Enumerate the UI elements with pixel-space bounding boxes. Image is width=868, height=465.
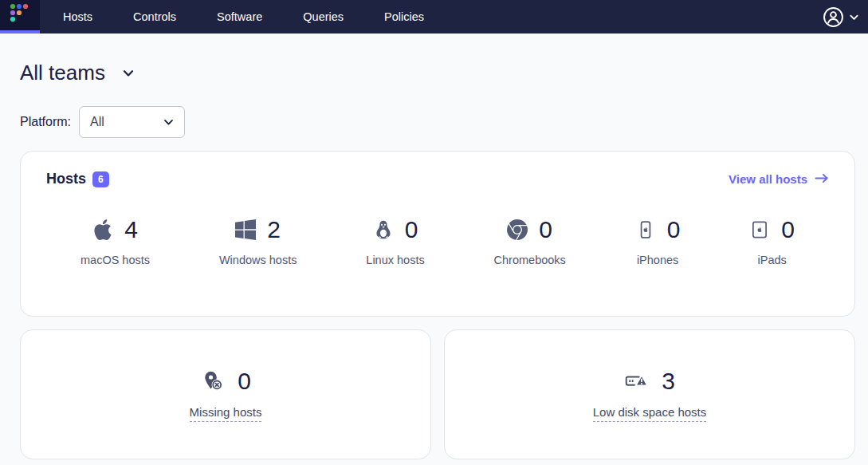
stat-count: 0 [405, 216, 418, 243]
team-selector[interactable]: All teams [20, 61, 134, 85]
stat-count: 4 [124, 216, 138, 243]
stat-tile-windows[interactable]: 2 Windows hosts [219, 216, 297, 266]
metric-cards-row: 0 Missing hosts 3 Low disk spa [20, 329, 855, 459]
stat-label: iPads [758, 254, 787, 266]
page-title: All teams [20, 61, 105, 85]
top-navbar: Hosts Controls Software Queries Policies [0, 0, 868, 33]
stat-label: macOS hosts [81, 254, 150, 266]
chevron-down-icon [163, 115, 174, 129]
hosts-card-header: Hosts 6 View all hosts [46, 171, 829, 187]
hosts-count-badge: 6 [92, 171, 109, 187]
stat-tile-iphones[interactable]: 0 iPhones [635, 216, 681, 266]
stat-tile-linux[interactable]: 0 Linux hosts [366, 216, 424, 266]
stat-tile-chromebooks[interactable]: 0 Chromebooks [494, 216, 566, 266]
dashboard-page: All teams Platform: All Hosts 6 View all… [0, 61, 868, 459]
main-nav: Hosts Controls Software Queries Policies [63, 10, 424, 23]
view-all-hosts-link[interactable]: View all hosts [729, 172, 829, 186]
chevron-down-icon [123, 66, 134, 81]
metric-card-low-disk-space[interactable]: 3 Low disk space hosts [444, 329, 855, 459]
fleet-logo-icon [9, 3, 31, 27]
platform-filter-label: Platform: [20, 115, 71, 129]
stat-tile-macos[interactable]: 4 macOS hosts [81, 216, 150, 266]
nav-item-controls[interactable]: Controls [133, 10, 176, 23]
stat-label: Linux hosts [366, 254, 424, 266]
metric-label[interactable]: Missing hosts [190, 405, 262, 422]
stat-tile-ipads[interactable]: 0 iPads [749, 216, 795, 266]
platform-stats-row: 4 macOS hosts 2 Windows hosts [46, 216, 829, 266]
windows-icon [235, 219, 256, 240]
nav-item-hosts[interactable]: Hosts [63, 10, 92, 23]
platform-select-value: All [90, 115, 104, 129]
iphone-icon [635, 219, 656, 240]
metric-count: 3 [662, 368, 675, 395]
chrome-icon [507, 219, 528, 240]
arrow-right-icon [815, 172, 829, 186]
metric-label[interactable]: Low disk space hosts [593, 405, 707, 422]
missing-host-icon [200, 370, 226, 392]
stat-count: 2 [267, 216, 281, 243]
account-menu-button[interactable] [823, 6, 868, 28]
stat-count: 0 [539, 216, 552, 243]
view-all-hosts-label: View all hosts [729, 172, 807, 186]
nav-item-queries[interactable]: Queries [303, 10, 344, 23]
hosts-card-title: Hosts [46, 171, 86, 187]
chevron-down-icon [850, 10, 858, 24]
nav-item-policies[interactable]: Policies [384, 10, 424, 23]
linux-icon [373, 219, 394, 240]
stat-label: Chromebooks [494, 254, 566, 266]
platform-filter-row: Platform: All [20, 106, 855, 138]
fleet-logo-button[interactable] [0, 0, 40, 33]
low-disk-icon [624, 370, 650, 392]
stat-label: Windows hosts [219, 254, 297, 266]
metric-card-missing-hosts[interactable]: 0 Missing hosts [20, 329, 431, 459]
ipad-icon [749, 219, 770, 240]
stat-label: iPhones [637, 254, 678, 266]
metric-count: 0 [238, 368, 251, 395]
stat-count: 0 [781, 216, 795, 243]
stat-count: 0 [667, 216, 681, 243]
platform-select[interactable]: All [79, 106, 185, 138]
nav-item-software[interactable]: Software [217, 10, 262, 23]
apple-icon [92, 219, 113, 240]
hosts-summary-card: Hosts 6 View all hosts 4 macOS hosts [20, 151, 855, 317]
avatar-icon [823, 6, 844, 28]
